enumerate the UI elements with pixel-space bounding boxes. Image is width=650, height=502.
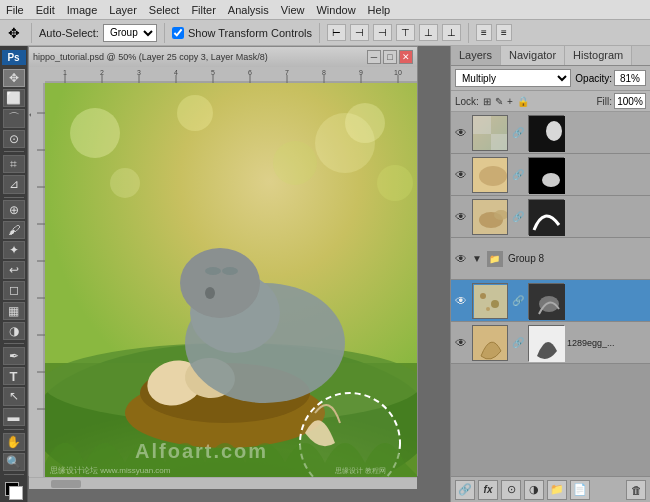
color-swatches[interactable] [3, 480, 25, 496]
show-transform-label: Show Transform Controls [188, 27, 312, 39]
new-group-btn[interactable]: 📁 [547, 480, 567, 500]
ruler-horizontal: 1 2 3 4 5 6 7 8 [45, 67, 417, 83]
lock-all-icon[interactable]: + [507, 96, 513, 107]
menu-window[interactable]: Window [310, 2, 361, 18]
tab-histogram[interactable]: Histogram [565, 46, 632, 65]
layer-group-item[interactable]: 👁 ▼ 📁 Group 8 [451, 238, 650, 280]
menu-help[interactable]: Help [362, 2, 397, 18]
tool-crop[interactable]: ⌗ [3, 155, 25, 173]
window-controls: ─ □ ✕ [367, 50, 413, 64]
mask-thumb-svg [529, 116, 565, 152]
layer-item-active[interactable]: 👁 🔗 [451, 280, 650, 322]
align-top-btn[interactable]: ⊤ [396, 24, 415, 41]
add-style-btn[interactable]: fx [478, 480, 498, 500]
align-left-btn[interactable]: ⊢ [327, 24, 346, 41]
tab-layers[interactable]: Layers [451, 46, 501, 65]
tool-healing[interactable]: ⊕ [3, 200, 25, 218]
layer-visibility-toggle[interactable]: 👁 [453, 293, 469, 309]
layer-visibility-toggle[interactable]: 👁 [453, 251, 469, 267]
new-fill-layer-btn[interactable]: ◑ [524, 480, 544, 500]
distribute-v-btn[interactable]: ≡ [496, 24, 512, 41]
layer-visibility-toggle[interactable]: 👁 [453, 125, 469, 141]
tool-lasso[interactable]: ⌒ [3, 109, 25, 128]
lock-icon[interactable]: 🔒 [517, 96, 529, 107]
svg-point-74 [480, 293, 486, 299]
layer-visibility-toggle[interactable]: 👁 [453, 335, 469, 351]
tool-history[interactable]: ↩ [3, 261, 25, 279]
tool-hand[interactable]: ✋ [3, 433, 25, 451]
opacity-input[interactable] [614, 70, 646, 86]
tool-gradient[interactable]: ▦ [3, 302, 25, 320]
menu-filter[interactable]: Filter [185, 2, 221, 18]
distribute-h-btn[interactable]: ≡ [476, 24, 492, 41]
tool-eraser[interactable]: ◻ [3, 281, 25, 299]
layer-visibility-toggle[interactable]: 👁 [453, 167, 469, 183]
align-right-btn[interactable]: ⊣ [373, 24, 392, 41]
canvas-title: hippo_tutorial.psd @ 50% (Layer 25 copy … [33, 52, 268, 62]
menu-file[interactable]: File [0, 2, 30, 18]
layer-mask-thumbnail [528, 157, 564, 193]
image-canvas[interactable]: 思缘设计论坛 www.missyuan.com Alfoart.com 思缘设计… [45, 83, 417, 477]
menu-analysis[interactable]: Analysis [222, 2, 275, 18]
tool-path-select[interactable]: ↖ [3, 387, 25, 405]
close-btn[interactable]: ✕ [399, 50, 413, 64]
minimize-btn[interactable]: ─ [367, 50, 381, 64]
layer-list: 👁 🔗 👁 [451, 112, 650, 476]
tool-brush[interactable]: 🖌 [3, 221, 25, 239]
layer-thumb-svg [473, 158, 508, 193]
autoselect-select[interactable]: Group Layer [103, 24, 157, 42]
tool-move[interactable]: ✥ [3, 69, 25, 87]
svg-rect-61 [491, 134, 508, 151]
opacity-label: Opacity: [575, 73, 612, 84]
new-layer-btn[interactable]: 📄 [570, 480, 590, 500]
move-tool-icon[interactable]: ✥ [4, 23, 24, 43]
layer-chain-icon[interactable]: 🔗 [511, 211, 525, 222]
delete-layer-btn[interactable]: 🗑 [626, 480, 646, 500]
align-bottom-btn[interactable]: ⊥ [442, 24, 461, 41]
scroll-thumb-h[interactable] [51, 480, 81, 488]
layer-chain-icon[interactable]: 🔗 [511, 169, 525, 180]
layer-item[interactable]: 👁 🔗 1289egg_... [451, 322, 650, 364]
tool-quick-select[interactable]: ⊙ [3, 130, 25, 148]
group-expand-arrow[interactable]: ▼ [472, 253, 482, 264]
maximize-btn[interactable]: □ [383, 50, 397, 64]
scrollbar-horizontal[interactable] [29, 477, 417, 489]
tool-shape[interactable]: ▬ [3, 408, 25, 426]
mask-thumb-svg [529, 158, 565, 194]
add-mask-btn[interactable]: ⊙ [501, 480, 521, 500]
fill-label: Fill: [596, 96, 612, 107]
tool-pen[interactable]: ✒ [3, 347, 25, 365]
tool-select-rect[interactable]: ⬜ [3, 89, 25, 107]
fill-input[interactable] [614, 93, 646, 109]
lock-position-icon[interactable]: ✎ [495, 96, 503, 107]
toolbar-separator [31, 23, 32, 43]
layer-chain-icon[interactable]: 🔗 [511, 295, 525, 306]
layer-item[interactable]: 👁 🔗 [451, 196, 650, 238]
tab-navigator[interactable]: Navigator [501, 46, 565, 65]
link-layers-btn[interactable]: 🔗 [455, 480, 475, 500]
svg-point-41 [273, 141, 317, 185]
tool-text[interactable]: T [3, 367, 25, 385]
layer-chain-icon[interactable]: 🔗 [511, 127, 525, 138]
menu-layer[interactable]: Layer [103, 2, 143, 18]
menu-view[interactable]: View [275, 2, 311, 18]
layer-visibility-toggle[interactable]: 👁 [453, 209, 469, 225]
menu-edit[interactable]: Edit [30, 2, 61, 18]
panel-tab-bar: Layers Navigator Histogram [451, 46, 650, 66]
layer-item[interactable]: 👁 🔗 [451, 154, 650, 196]
tool-dodge[interactable]: ◑ [3, 322, 25, 340]
layer-chain-icon[interactable]: 🔗 [511, 337, 525, 348]
tool-clone[interactable]: ✦ [3, 241, 25, 259]
blend-mode-select[interactable]: Multiply Normal Screen Overlay [455, 69, 571, 87]
lock-pixels-icon[interactable]: ⊞ [483, 96, 491, 107]
tool-eyedropper[interactable]: ⊿ [3, 175, 25, 193]
menu-select[interactable]: Select [143, 2, 186, 18]
align-middle-v-btn[interactable]: ⊥ [419, 24, 438, 41]
tool-zoom[interactable]: 🔍 [3, 453, 25, 471]
align-center-h-btn[interactable]: ⊣ [350, 24, 369, 41]
menu-image[interactable]: Image [61, 2, 104, 18]
layer-item[interactable]: 👁 🔗 [451, 112, 650, 154]
background-color[interactable] [9, 486, 23, 500]
tool-separator-4 [4, 429, 24, 430]
show-transform-checkbox[interactable] [172, 27, 184, 39]
